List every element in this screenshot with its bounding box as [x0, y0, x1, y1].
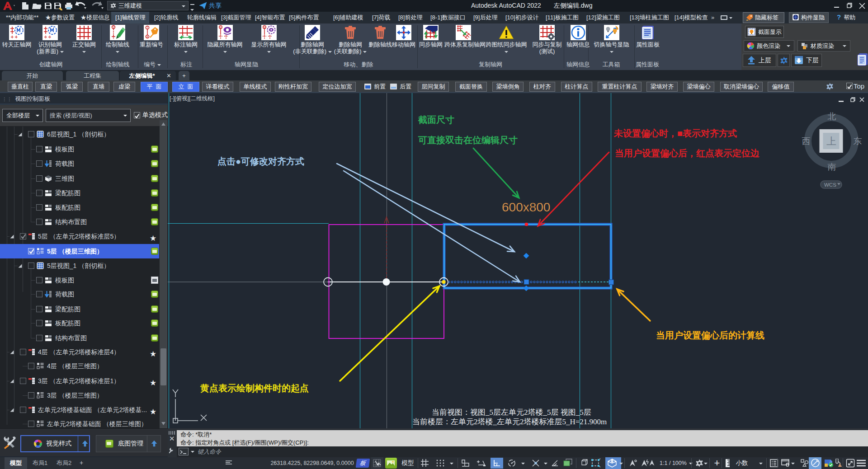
svg-text:[-][俯视][二维线框]: [-][俯视][二维线框]: [170, 95, 215, 102]
svg-text:黄点表示绘制构件时的起点: 黄点表示绘制构件时的起点: [200, 383, 309, 393]
svg-text:南: 南: [828, 162, 836, 172]
svg-text:A: A: [146, 35, 149, 38]
svg-text:当前视图：视图_5层左单元2塔楼_5层 视图_5层: 当前视图：视图_5层左单元2塔楼_5层 视图_5层: [432, 408, 591, 417]
svg-text:600x800: 600x800: [502, 200, 550, 214]
svg-text:1: 1: [146, 26, 148, 29]
svg-text:!: !: [840, 464, 840, 467]
svg-text:WCS: WCS: [824, 182, 836, 188]
svg-text:可直接双击在位编辑尺寸: 可直接双击在位编辑尺寸: [418, 135, 518, 145]
svg-text:未设置偏心时，■表示对齐方式: 未设置偏心时，■表示对齐方式: [613, 128, 737, 138]
svg-text:点击●可修改对齐方式: 点击●可修改对齐方式: [217, 156, 304, 166]
svg-text:东: 东: [854, 136, 862, 146]
svg-text:上: 上: [826, 136, 836, 147]
svg-text:当用户设置偏心后，红点表示定位边: 当用户设置偏心后，红点表示定位边: [615, 148, 760, 158]
svg-text:北: 北: [828, 112, 836, 121]
svg-text:当用户设置偏心后的计算线: 当用户设置偏心后的计算线: [656, 330, 764, 340]
svg-text:当前楼层：左单元2塔楼_左单元2塔楼标准层5_H=21.90: 当前楼层：左单元2塔楼_左单元2塔楼标准层5_H=21.900m: [412, 417, 607, 426]
svg-text:西: 西: [802, 136, 811, 146]
svg-text:截面尺寸: 截面尺寸: [418, 115, 454, 125]
